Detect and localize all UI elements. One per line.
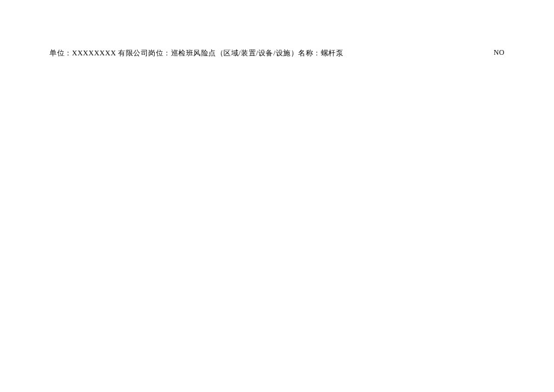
post-value: 巡检班	[171, 49, 194, 57]
no-label: NO	[494, 48, 505, 58]
unit-label: 单位：	[49, 49, 72, 57]
header-left-text: 单位：XXXXXXXX 有限公司岗位：巡检班风险点（区域/装置/设备/设施）名称…	[49, 48, 343, 58]
post-label: 岗位：	[148, 49, 171, 57]
unit-value: XXXXXXXX 有限公司	[72, 49, 149, 57]
risk-point-value: 螺杆泵	[321, 49, 344, 57]
header-line: 单位：XXXXXXXX 有限公司岗位：巡检班风险点（区域/装置/设备/设施）名称…	[49, 48, 505, 58]
risk-point-label: 风险点（区域/装置/设备/设施）名称：	[193, 49, 321, 57]
